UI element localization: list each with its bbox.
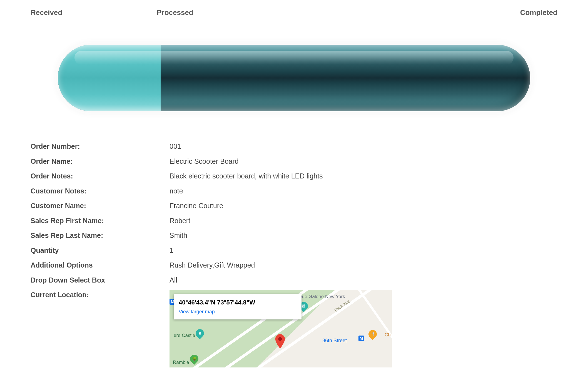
detail-label: Current Location: <box>31 290 170 367</box>
metro-icon: M <box>358 336 364 341</box>
detail-quantity: Quantity 1 <box>31 243 557 258</box>
detail-value: Electric Scooter Board <box>170 156 557 167</box>
map-info-card: 40°46'43.4"N 73°57'44.8"W View larger ma… <box>174 294 302 319</box>
map-pin-icon <box>275 334 285 349</box>
detail-additional-options: Additional Options Rush Delivery,Gift Wr… <box>31 258 557 273</box>
detail-label: Order Notes: <box>31 171 170 182</box>
progress-stage-labels: Received Processed Completed <box>31 8 557 17</box>
progress-bar <box>58 45 530 111</box>
detail-label: Drop Down Select Box <box>31 275 170 286</box>
detail-label: Additional Options <box>31 260 170 271</box>
detail-sales-rep-first: Sales Rep First Name: Robert <box>31 213 557 228</box>
detail-customer-name: Customer Name: Francine Couture <box>31 198 557 213</box>
detail-label: Order Name: <box>31 156 170 167</box>
poi-label-neue-galerie: Neue Galerie New York <box>296 293 345 300</box>
detail-value: Robert <box>170 216 557 226</box>
poi-label-86th-street: 86th Street <box>322 337 347 344</box>
detail-order-notes: Order Notes: Black electric scooter boar… <box>31 169 557 184</box>
detail-dropdown-select: Drop Down Select Box All <box>31 273 557 288</box>
poi-label-ch: Ch <box>385 331 391 339</box>
detail-order-number: Order Number: 001 <box>31 139 557 154</box>
detail-value: All <box>170 275 557 286</box>
detail-label: Customer Notes: <box>31 186 170 196</box>
detail-label: Customer Name: <box>31 201 170 211</box>
detail-label: Sales Rep First Name: <box>31 216 170 226</box>
order-details: Order Number: 001 Order Name: Electric S… <box>31 139 557 370</box>
detail-value: Francine Couture <box>170 201 557 211</box>
detail-order-name: Order Name: Electric Scooter Board <box>31 154 557 169</box>
map-embed[interactable]: M Neue Galerie New York 🏛 Park Ave ♜ ere… <box>170 290 392 367</box>
poi-label-belvedere-castle: ere Castle <box>174 332 195 339</box>
detail-current-location: Current Location: M Neue Galerie New Yor… <box>31 288 557 370</box>
detail-value: 1 <box>170 245 557 256</box>
detail-value: Black electric scooter board, with white… <box>170 171 557 182</box>
detail-value: Smith <box>170 230 557 241</box>
detail-value: 001 <box>170 141 557 152</box>
poi-label-ramble: Ramble <box>173 359 189 366</box>
stage-processed-label: Processed <box>157 8 193 17</box>
detail-value: note <box>170 186 557 196</box>
detail-value: M Neue Galerie New York 🏛 Park Ave ♜ ere… <box>170 290 557 367</box>
detail-label: Quantity <box>31 245 170 256</box>
progress-fill <box>58 45 161 111</box>
map-coordinates: 40°46'43.4"N 73°57'44.8"W <box>179 298 297 307</box>
detail-label: Sales Rep Last Name: <box>31 230 170 241</box>
detail-label: Order Number: <box>31 141 170 152</box>
stage-received-label: Received <box>31 8 62 17</box>
view-larger-map-link[interactable]: View larger map <box>179 308 297 316</box>
detail-sales-rep-last: Sales Rep Last Name: Smith <box>31 228 557 243</box>
detail-value: Rush Delivery,Gift Wrapped <box>170 260 557 271</box>
stage-completed-label: Completed <box>520 8 557 17</box>
svg-point-0 <box>278 337 282 341</box>
detail-customer-notes: Customer Notes: note <box>31 184 557 199</box>
